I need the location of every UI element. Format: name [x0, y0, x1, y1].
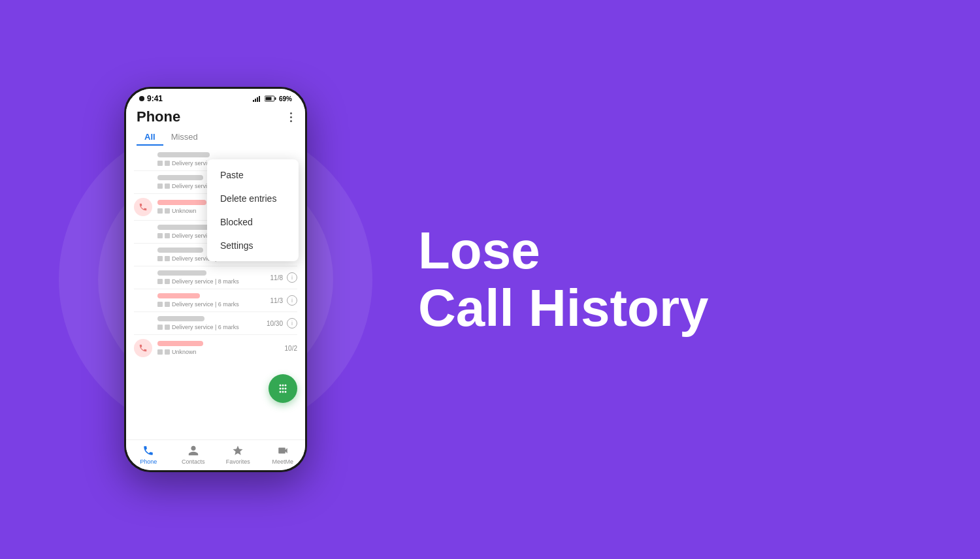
call-sub-unknown: Unknown [157, 349, 280, 355]
svg-rect-1 [255, 99, 256, 102]
nav-phone[interactable]: Phone [126, 444, 171, 465]
promo-line2: Call History [418, 282, 928, 334]
app-title: Phone [137, 108, 180, 125]
call-date: 10/30 [267, 320, 283, 327]
svg-rect-6 [265, 97, 271, 101]
svg-point-10 [280, 388, 282, 390]
call-name-bar [157, 225, 210, 230]
list-item[interactable]: Delivery service | 6 marks 10/30 i [126, 312, 305, 334]
signal-icon [253, 95, 262, 102]
status-right: 69% [253, 95, 292, 103]
call-name-bar [157, 270, 206, 276]
phone-nav-icon [142, 444, 155, 457]
call-right: 11/8 i [270, 272, 297, 283]
meetme-nav-icon [276, 444, 289, 457]
call-name-bar [157, 175, 203, 180]
favorites-nav-icon [231, 444, 244, 457]
status-time: 9:41 [147, 94, 163, 103]
tabs-row: All Missed [126, 125, 305, 146]
nav-favorites[interactable]: Favorites [216, 444, 261, 465]
call-name-bar [157, 248, 203, 253]
list-item[interactable]: Delivery service | 6 marks 11/3 i [126, 289, 305, 311]
nav-meetme-label: MeetMe [272, 458, 293, 465]
context-menu: Paste Delete entries Blocked Settings [207, 159, 299, 261]
svg-point-7 [280, 385, 282, 387]
call-sub: Delivery service | 8 marks [157, 278, 265, 285]
nav-contacts-label: Contacts [182, 458, 205, 465]
info-button[interactable]: i [287, 272, 297, 283]
svg-point-14 [282, 391, 284, 393]
phone-missed-icon-2 [139, 343, 148, 353]
call-right: 11/3 i [270, 295, 297, 306]
app-header: Phone [126, 106, 305, 125]
promo-text-area: Lose Call History [379, 225, 928, 334]
call-date: 11/3 [270, 297, 283, 304]
call-date: 10/2 [285, 345, 297, 352]
nav-favorites-label: Favorites [226, 458, 250, 465]
nav-meetme[interactable]: MeetMe [261, 444, 306, 465]
tab-missed[interactable]: Missed [163, 128, 206, 146]
menu-paste[interactable]: Paste [207, 163, 299, 187]
svg-rect-0 [253, 100, 254, 102]
list-item[interactable]: Delivery service | 8 marks 11/8 i [126, 266, 305, 289]
tab-all[interactable]: All [137, 128, 163, 146]
nav-phone-label: Phone [140, 458, 157, 465]
promo-line1: Lose [418, 225, 928, 277]
page-layout: 9:41 [0, 0, 980, 559]
call-sub: Delivery service | 6 marks [157, 324, 261, 330]
svg-point-9 [285, 385, 287, 387]
status-left: 9:41 [139, 94, 163, 103]
info-button[interactable]: i [287, 295, 297, 306]
menu-blocked[interactable]: Blocked [207, 210, 299, 234]
info-button[interactable]: i [287, 318, 297, 328]
svg-rect-5 [274, 97, 276, 100]
phone-device: 9:41 [124, 87, 307, 472]
call-name-bar [157, 316, 204, 321]
phone-area: 9:41 [52, 0, 379, 559]
svg-rect-3 [259, 96, 260, 102]
call-avatar-missed [134, 198, 152, 216]
svg-point-13 [280, 391, 282, 393]
overflow-menu-button[interactable] [287, 110, 295, 125]
call-avatar-missed [134, 339, 152, 357]
menu-delete-entries[interactable]: Delete entries [207, 187, 299, 210]
list-item[interactable]: Unknown 10/2 [126, 335, 305, 361]
contacts-nav-icon [187, 444, 200, 457]
call-sub: Delivery service | 6 marks [157, 301, 265, 308]
call-right: 10/2 [285, 345, 297, 352]
dialpad-icon [277, 383, 289, 394]
svg-point-12 [285, 388, 287, 390]
svg-point-11 [282, 388, 284, 390]
call-date: 11/8 [270, 274, 283, 281]
call-name-bar-missed [157, 200, 206, 205]
tabs-section: All Missed Paste Delete entries Blocked … [126, 125, 305, 146]
svg-rect-2 [257, 97, 258, 102]
dialpad-fab[interactable] [269, 374, 297, 403]
call-name-bar [157, 293, 200, 298]
svg-point-15 [285, 391, 287, 393]
bottom-nav: Phone Contacts [126, 439, 305, 470]
nav-contacts[interactable]: Contacts [171, 444, 216, 465]
menu-settings[interactable]: Settings [207, 234, 299, 257]
battery-icon [265, 95, 276, 102]
battery-percent: 69% [279, 95, 292, 103]
svg-point-8 [282, 385, 284, 387]
call-right: 10/30 i [267, 318, 297, 328]
camera-dot [139, 96, 144, 101]
phone-screen: 9:41 [126, 89, 305, 470]
call-name-bar [157, 152, 210, 157]
call-name-bar-missed [157, 341, 203, 346]
phone-missed-icon [139, 202, 148, 212]
status-bar: 9:41 [126, 89, 305, 106]
